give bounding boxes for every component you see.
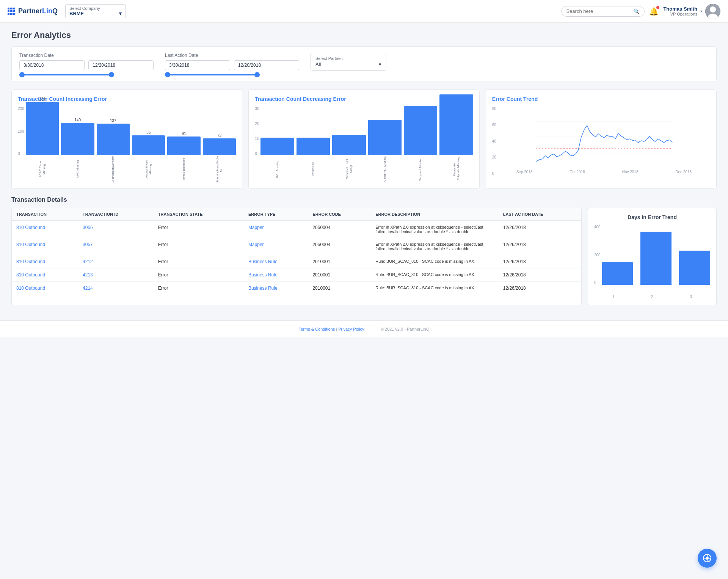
bar	[297, 138, 330, 155]
error-description-cell: Rule: BUR_SCAC_810 - SCAC code is missin…	[371, 255, 499, 268]
table-row: 810 Outbound 4213 Error Business Rule 20…	[12, 268, 581, 282]
last-action-date-start[interactable]	[165, 60, 230, 70]
transaction-date-inputs	[19, 60, 154, 70]
transaction-date-slider[interactable]	[19, 72, 154, 75]
user-menu[interactable]: Thomas Smith VP Operations ▾	[663, 4, 720, 19]
bar	[404, 106, 437, 155]
bar	[132, 135, 165, 155]
state-cell: Error	[154, 268, 244, 282]
bar-item: 73 TrackingNum/ProNum Mi...	[203, 133, 236, 182]
transaction-id-cell[interactable]: 4214	[78, 282, 154, 295]
transaction-date-filter: Transaction Date	[19, 53, 154, 75]
table-header: TRANSACTION TRANSACTION ID TRANSACTION S…	[12, 208, 581, 221]
col-error-type: ERROR TYPE	[244, 208, 308, 221]
transaction-date-start[interactable]	[19, 60, 85, 70]
transaction-cell[interactable]: 810 Outbound	[12, 268, 78, 282]
company-select-value: BRMF ▾	[69, 11, 122, 16]
bar	[332, 135, 366, 155]
last-action-date-end[interactable]	[234, 60, 299, 70]
col-error-code: ERROR CODE	[308, 208, 371, 221]
transaction-date-end[interactable]	[88, 60, 154, 70]
bar	[203, 138, 236, 155]
bar-item	[602, 262, 633, 285]
state-cell: Error	[154, 255, 244, 268]
error-type-cell[interactable]: Mapper	[244, 221, 308, 238]
days-bar-group	[602, 225, 710, 293]
company-select-label: Select Company	[69, 6, 122, 11]
search-input[interactable]	[566, 8, 631, 14]
slider-thumb-left[interactable]	[19, 72, 25, 77]
partner-chevron-icon: ▾	[379, 61, 381, 67]
transaction-table-container: TRANSACTION TRANSACTION ID TRANSACTION S…	[11, 208, 582, 305]
error-type-cell[interactable]: Mapper	[244, 238, 308, 255]
notification-bell[interactable]: 🔔	[649, 7, 659, 16]
transaction-cell[interactable]: 810 Outbound	[12, 238, 78, 255]
error-type-cell[interactable]: Business Rule	[244, 255, 308, 268]
partner-filter: Select Partner: All ▾	[311, 53, 386, 71]
bar	[26, 102, 59, 155]
bar-item	[679, 251, 710, 285]
decreasing-bar-chart: 30 20 10 0 BOL Missing Invalid File	[255, 107, 473, 182]
col-last-action-date: LAST ACTION DATE	[499, 208, 581, 221]
state-cell: Error	[154, 238, 244, 255]
days-trend-title: Days In Error Trend	[594, 214, 710, 220]
bar	[679, 251, 710, 285]
last-action-date-slider[interactable]	[165, 72, 299, 75]
notification-dot	[656, 6, 659, 9]
transaction-id-cell[interactable]: 3057	[78, 238, 154, 255]
slider-thumb-right-2[interactable]	[254, 72, 260, 77]
y-axis: 30 20 10 0	[255, 107, 259, 182]
transaction-details-title: Transaction Details	[11, 196, 717, 203]
increasing-bar-chart: 200 100 0 231 SCAC Code Missing 140 UPC …	[18, 107, 236, 182]
last-action-date-filter: Last Action Date	[165, 53, 299, 75]
avatar	[705, 4, 720, 19]
error-type-cell[interactable]: Business Rule	[244, 282, 308, 295]
terms-link[interactable]: Terms & Conditions	[299, 327, 335, 331]
transaction-section: TRANSACTION TRANSACTION ID TRANSACTION S…	[11, 208, 717, 305]
error-type-cell[interactable]: Business Rule	[244, 268, 308, 282]
slider-track	[19, 74, 114, 75]
last-action-date-cell: 12/26/2018	[499, 255, 581, 268]
last-action-date-cell: 12/26/2018	[499, 238, 581, 255]
bar	[439, 94, 473, 155]
transaction-id-cell[interactable]: 4212	[78, 255, 154, 268]
transaction-date-label: Transaction Date	[19, 53, 154, 58]
days-in-error-trend: Days In Error Trend 400 200 0	[588, 208, 717, 305]
slider-thumb-right[interactable]	[109, 72, 114, 77]
error-description-cell: Error in XPath 2.0 expression at xsl:seq…	[371, 221, 499, 238]
transaction-id-cell[interactable]: 4213	[78, 268, 154, 282]
y-axis: 200 100 0	[18, 107, 24, 182]
bar-item: 137 DistributionCenterMissing	[97, 119, 130, 182]
partner-select[interactable]: Select Partner: All ▾	[311, 53, 386, 71]
transaction-cell[interactable]: 810 Outbound	[12, 255, 78, 268]
bar	[61, 123, 94, 155]
privacy-link[interactable]: Privacy Policy	[338, 327, 364, 331]
bar-item: 140 UPC Missing	[61, 118, 94, 182]
filter-panel: Transaction Date Last Action Date	[11, 46, 717, 82]
last-action-date-cell: 12/26/2018	[499, 282, 581, 295]
transaction-id-cell[interactable]: 3056	[78, 221, 154, 238]
slider-thumb-left-2[interactable]	[165, 72, 170, 77]
header: PartnerLinQ Select Company BRMF ▾ 🔍 🔔 Th…	[0, 0, 728, 23]
company-select[interactable]: Select Company BRMF ▾	[65, 4, 126, 18]
transaction-cell[interactable]: 810 Outbound	[12, 221, 78, 238]
table-row: 810 Outbound 3057 Error Mapper 2050004 E…	[12, 238, 581, 255]
x-axis: Sep 2018 Oct 2018 Nov 2018 Dec 2018	[498, 170, 710, 174]
transaction-cell[interactable]: 810 Outbound	[12, 282, 78, 295]
error-description-cell: Rule: BUR_SCAC_810 - SCAC code is missin…	[371, 268, 499, 282]
search-bar[interactable]: 🔍	[561, 6, 645, 17]
bar-group: 231 SCAC Code Missing 140 UPC Missing 13…	[26, 107, 236, 182]
bar	[368, 120, 402, 155]
table-body: 810 Outbound 3056 Error Mapper 2050004 E…	[12, 221, 581, 295]
bar-item: Requested Shipdate Missing	[439, 94, 473, 182]
error-code-cell: 2010001	[308, 255, 371, 268]
error-description-cell: Error in XPath 2.0 expression at xsl:seq…	[371, 238, 499, 255]
bar-item: 85 AccountNum Missing	[132, 130, 165, 182]
trend-chart: 80 60 40 20 0	[492, 107, 710, 182]
bar-item: CarrierN... Missing	[368, 120, 402, 182]
transaction-details-section: Transaction Details TRANSACTION TRANSACT…	[11, 196, 717, 305]
bar-item	[640, 232, 672, 285]
chart-decreasing-error: Transaction Count Decreasing Error 30 20…	[248, 89, 479, 189]
bar-item: Invalid File	[297, 138, 330, 182]
logo-grid-icon	[8, 8, 15, 15]
